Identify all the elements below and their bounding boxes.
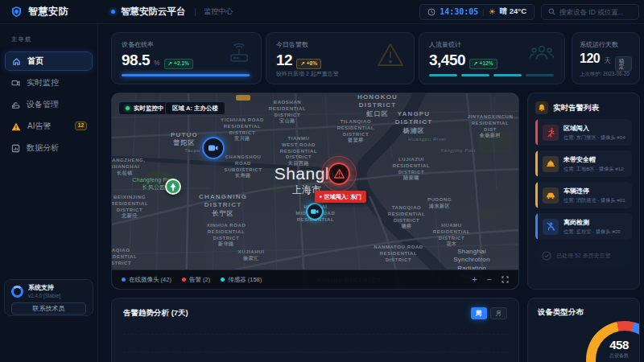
stat-subtext: 上次维护: 2023-06-20 (580, 71, 630, 78)
toggle-week-button[interactable]: 周 (471, 307, 487, 319)
alert-title: 车辆违停 (564, 187, 625, 195)
sidebar-item-label: 设备管理 (27, 99, 59, 110)
clock-time: 14:30:05 (440, 7, 478, 16)
status-dot (111, 10, 115, 14)
alert-item-intrusion[interactable]: 区域闯入 位置: 东门禁区 - 摄像头 #04 (535, 119, 632, 146)
status-badge: 稳定 (615, 56, 632, 72)
sidebar-item-home[interactable]: 首页 (5, 51, 93, 71)
sidebar-item-label: 首页 (27, 56, 43, 67)
alert-trend-panel: 告警趋势分析 (7天) 周 月 (111, 298, 519, 362)
legend-online-cameras: 在线摄像头 (42) (122, 276, 171, 284)
map-controls: + − (472, 275, 509, 284)
live-monitoring-badge: 实时监控中 (118, 101, 171, 115)
trend-badge: ↗+2.1% (164, 59, 193, 69)
divider (195, 8, 196, 16)
trend-up-icon: ↗ (300, 61, 305, 67)
support-ring-icon (11, 286, 23, 298)
dashboard-root: 智慧安防 智慧安防云平台 监控中心 14:30:05 | ☀ 晴 24°C (0, 0, 644, 362)
device-distribution-panel: 设备类型分布 458 总设备数 (527, 298, 640, 362)
nav-section-label: 主导航 (11, 35, 97, 43)
stat-unit: % (154, 59, 160, 67)
time-weather-pill: 14:30:05 | ☀ 晴 24°C (419, 4, 535, 20)
fullscreen-icon[interactable] (502, 276, 509, 283)
alert-item-no-helmet[interactable]: 未带安全帽 位置: 工地B区 - 摄像头 #12 (535, 150, 632, 177)
legend-alerts: 告警 (2) (182, 276, 210, 284)
alert-triangle-icon (377, 43, 404, 70)
realtime-alerts-panel: 实时告警列表 区域闯入 位置: 东门禁区 - 摄像头 #04 未带安全帽 位置:… (527, 93, 640, 290)
trend-range-toggle: 周 月 (471, 307, 508, 319)
alert-location: 位置: 消防通道 - 摄像头 #01 (564, 197, 625, 204)
sidebar-item-ai-alerts[interactable]: AI告警 12 (5, 117, 93, 136)
stat-value: 98.5 (122, 52, 150, 68)
park-marker[interactable] (165, 179, 181, 195)
sidebar-item-device-mgmt[interactable]: 设备管理 (5, 95, 93, 114)
trend-up-icon: ↗ (473, 61, 478, 67)
router-icon (227, 43, 251, 67)
support-card: 系统支持 v2.4.0 [Stable] 联系技术员 (4, 279, 93, 316)
bell-icon (535, 101, 548, 114)
toggle-month-button[interactable]: 月 (490, 307, 508, 319)
alert-title: 未带安全帽 (564, 155, 624, 164)
alert-count-badge: 12 (75, 121, 87, 130)
trend-title: 告警趋势分析 (7天) (123, 308, 188, 319)
alert-item-illegal-parking[interactable]: 车辆违停 位置: 消防通道 - 摄像头 #01 (535, 182, 632, 208)
helmet-icon (543, 156, 559, 172)
online-rate-progressbar (122, 74, 251, 76)
warning-triangle-icon (11, 122, 21, 131)
support-title: 系统支持 (28, 285, 60, 292)
alert-item-away-detection[interactable]: 离岗检测 位置: 监控室 - 摄像头 #09 (535, 213, 632, 240)
stat-value: 3,450 (429, 52, 465, 68)
stat-card-today-alerts: 今日告警数 12 ↗+8% 较昨日新增 2 起严重告警 (266, 32, 415, 84)
legend-dot-red (182, 278, 186, 282)
live-dot (126, 106, 130, 110)
check-circle-icon (542, 251, 551, 261)
alert-title: 离岗检测 (564, 218, 620, 227)
sidebar: 主导航 首页 实时监控 设备管理 (0, 24, 98, 362)
platform-title: 智慧安防云平台 (121, 6, 186, 18)
stat-card-uptime: 系统运行天数 120 天 稳定 上次维护: 2023-06-20 (572, 32, 640, 84)
top-bar: 智慧安防 智慧安防云平台 监控中心 14:30:05 | ☀ 晴 24°C (0, 0, 644, 24)
sun-icon: ☀ (489, 8, 496, 16)
chart-gridline (123, 334, 507, 335)
alert-location: 位置: 监控室 - 摄像头 #09 (564, 228, 620, 236)
contact-support-button[interactable]: 联系技术员 (11, 302, 86, 315)
camera-marker-cyan[interactable] (306, 203, 324, 220)
trend-badge: ↗+8% (296, 59, 321, 69)
camera-marker[interactable] (202, 137, 225, 159)
stat-card-online-rate: 设备在线率 98.5 % ↗+2.1% (111, 32, 262, 84)
zoom-out-button[interactable]: − (487, 275, 492, 284)
history-alerts-row[interactable]: 已处理 52 条历史告警 (535, 245, 632, 265)
alerts-panel-title: 实时告警列表 (553, 103, 599, 113)
zoom-in-button[interactable]: + (472, 275, 477, 284)
alert-location: 位置: 东门禁区 - 摄像头 #04 (564, 134, 625, 142)
sidebar-item-label: AI告警 (27, 121, 51, 132)
brand-name: 智慧安防 (28, 5, 68, 19)
alerts-header: 实时告警列表 (535, 101, 632, 114)
device-total-label: 总设备数 (601, 352, 638, 360)
person-away-icon (543, 219, 559, 235)
running-person-icon (543, 125, 559, 141)
stat-subtext: 较昨日新增 2 起严重告警 (276, 70, 339, 78)
alert-marker[interactable] (328, 162, 350, 185)
device-icon (11, 101, 20, 109)
alert-title: 区域闯入 (564, 124, 625, 133)
stat-label: 系统运行天数 (580, 40, 632, 49)
search-box[interactable] (541, 4, 639, 20)
brand: 智慧安防 (0, 5, 98, 19)
alert-tag-label[interactable]: 区域闯入: 东门 (315, 191, 366, 203)
search-icon (548, 8, 555, 15)
chart-gridline (123, 352, 507, 352)
support-version: v2.4.0 [Stable] (28, 293, 60, 298)
sidebar-item-data-analysis[interactable]: 数据分析 (5, 138, 93, 158)
device-chart-title: 设备类型分布 (538, 307, 630, 318)
home-icon (12, 57, 21, 66)
clock-icon (427, 8, 436, 16)
divider: | (482, 8, 484, 16)
sidebar-item-live-monitor[interactable]: 实时监控 (5, 73, 93, 93)
trend-up-icon: ↗ (168, 61, 173, 67)
stat-value: 12 (276, 52, 292, 68)
search-input[interactable] (559, 8, 632, 16)
trend-badge: ↗+12% (469, 59, 497, 69)
legend-sensors: 传感器 (158) (221, 276, 262, 284)
map-panel[interactable]: PUTUO 普陀区 Taopu YICHUAN ROAD RESIDENTIAL… (111, 93, 519, 290)
